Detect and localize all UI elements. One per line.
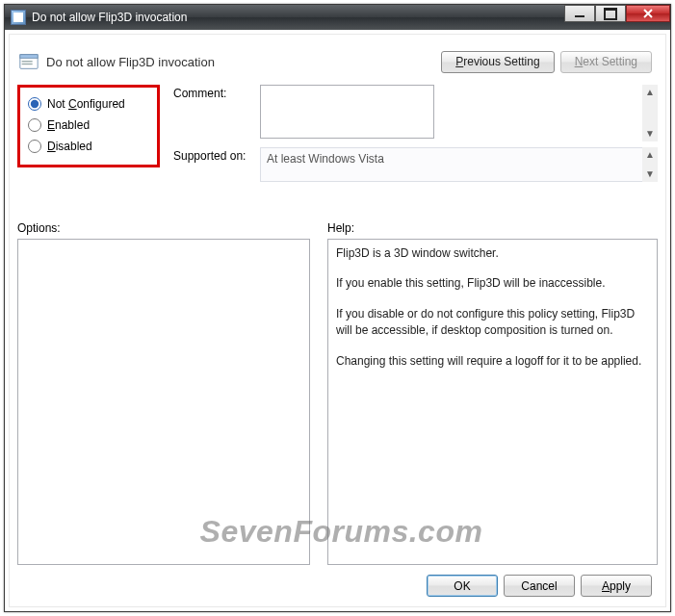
scroll-down-icon[interactable]: ▼ — [642, 167, 658, 182]
radio-not-configured-label: Not Configured — [47, 97, 125, 111]
apply-button[interactable]: Apply — [581, 575, 652, 597]
help-paragraph: Flip3D is a 3D window switcher. — [336, 245, 649, 262]
supported-label: Supported on: — [173, 147, 260, 163]
supported-row: Supported on: At least Windows Vista ▲ ▼ — [173, 147, 658, 182]
window-controls — [564, 5, 670, 30]
options-box — [17, 239, 310, 565]
titlebar[interactable]: Do not allow Flip3D invocation — [5, 5, 670, 30]
comment-scrollbar[interactable]: ▲ ▼ — [642, 85, 658, 141]
help-paragraph: If you enable this setting, Flip3D will … — [336, 275, 649, 292]
dialog-footer: OK Cancel Apply — [17, 565, 658, 601]
radio-enabled-label: Enabled — [47, 118, 90, 132]
close-button[interactable] — [626, 5, 670, 22]
help-box: Flip3D is a 3D window switcher. If you e… — [327, 239, 658, 565]
help-paragraph: If you disable or do not configure this … — [336, 306, 649, 340]
client-area: Do not allow Flip3D invocation Previous … — [9, 34, 666, 607]
scroll-down-icon[interactable]: ▼ — [642, 126, 658, 141]
window-title: Do not allow Flip3D invocation — [32, 11, 187, 24]
cancel-button[interactable]: Cancel — [504, 575, 575, 597]
help-label: Help: — [327, 221, 658, 235]
comment-label: Comment: — [173, 85, 260, 100]
svg-rect-1 — [20, 55, 38, 59]
options-column: Options: — [17, 221, 310, 565]
radio-enabled-input[interactable] — [28, 118, 41, 132]
radio-not-configured-input[interactable] — [28, 97, 41, 111]
header-row: Do not allow Flip3D invocation Previous … — [17, 40, 658, 83]
ok-button[interactable]: OK — [427, 575, 498, 597]
dialog-window: Do not allow Flip3D invocation Do not al… — [4, 4, 671, 612]
radio-disabled[interactable]: Disabled — [24, 136, 151, 157]
panels-row: Options: Help: Flip3D is a 3D window swi… — [17, 221, 658, 565]
next-setting-button[interactable]: Next Setting — [560, 51, 652, 73]
supported-scrollbar[interactable]: ▲ ▼ — [642, 147, 658, 182]
nav-buttons: Previous Setting Next Setting — [441, 51, 658, 73]
supported-value: At least Windows Vista — [267, 152, 384, 166]
help-column: Help: Flip3D is a 3D window switcher. If… — [327, 221, 658, 565]
svg-rect-2 — [22, 61, 33, 62]
comment-textarea[interactable] — [260, 85, 434, 139]
close-icon — [642, 8, 654, 19]
scroll-up-icon[interactable]: ▲ — [642, 147, 658, 163]
maximize-button[interactable] — [595, 5, 626, 22]
radio-not-configured[interactable]: Not Configured — [24, 93, 151, 115]
supported-box: At least Windows Vista — [260, 147, 658, 182]
comment-row: Comment: ▲ ▼ — [173, 85, 658, 141]
fields-column: Comment: ▲ ▼ Supported on: At least Wind… — [173, 85, 658, 188]
radio-disabled-input[interactable] — [28, 140, 41, 153]
previous-setting-button[interactable]: Previous Setting — [441, 51, 554, 73]
minimize-button[interactable] — [564, 5, 595, 22]
help-paragraph: Changing this setting will require a log… — [336, 353, 649, 370]
app-icon — [11, 10, 26, 25]
svg-rect-3 — [22, 64, 33, 64]
radio-disabled-label: Disabled — [47, 140, 92, 153]
radio-enabled[interactable]: Enabled — [24, 115, 151, 136]
state-radio-group: Not Configured Enabled Disabled — [17, 85, 160, 167]
policy-title: Do not allow Flip3D invocation — [46, 55, 215, 69]
scroll-up-icon[interactable]: ▲ — [642, 85, 658, 100]
options-label: Options: — [17, 221, 310, 235]
top-grid: Not Configured Enabled Disabled Comment: — [17, 85, 658, 210]
policy-icon — [17, 50, 40, 73]
